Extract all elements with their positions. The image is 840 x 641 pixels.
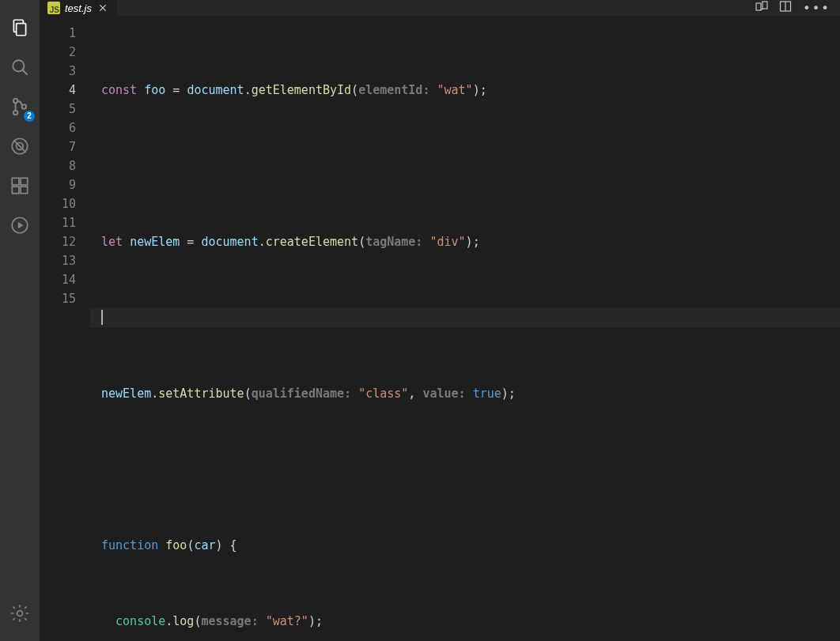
close-icon[interactable] bbox=[96, 2, 109, 14]
line-number: 10 bbox=[40, 194, 76, 213]
line-number: 9 bbox=[40, 175, 76, 194]
line-number: 12 bbox=[40, 232, 76, 251]
scm-badge: 2 bbox=[24, 111, 35, 122]
svg-point-16 bbox=[17, 611, 23, 616]
tab-bar: JS test.js ••• bbox=[40, 0, 840, 16]
line-number: 8 bbox=[40, 156, 76, 175]
code-line[interactable]: function foo(car) { bbox=[90, 536, 840, 555]
code-line[interactable] bbox=[90, 156, 840, 175]
line-number: 1 bbox=[40, 24, 76, 43]
line-number: 13 bbox=[40, 251, 76, 270]
code-line[interactable]: console.log(message: "wat?"); bbox=[90, 612, 840, 631]
code-line[interactable]: newElem.setAttribute(qualifiedName: "cla… bbox=[90, 384, 840, 403]
explorer-icon[interactable] bbox=[0, 8, 40, 47]
tab-label: test.js bbox=[65, 2, 92, 14]
code-line[interactable]: const foo = document.getElementById(elem… bbox=[90, 81, 840, 100]
editor-group: JS test.js ••• bbox=[40, 0, 840, 641]
svg-rect-1 bbox=[17, 24, 26, 36]
svg-rect-13 bbox=[21, 187, 28, 194]
svg-point-5 bbox=[13, 111, 17, 115]
code-content[interactable]: const foo = document.getElementById(elem… bbox=[90, 16, 840, 641]
svg-point-2 bbox=[13, 60, 24, 71]
extensions-icon[interactable] bbox=[0, 166, 40, 205]
source-control-icon[interactable]: 2 bbox=[0, 87, 40, 126]
code-line-current[interactable] bbox=[90, 308, 840, 327]
line-number: 14 bbox=[40, 270, 76, 289]
svg-line-3 bbox=[23, 70, 28, 75]
svg-point-6 bbox=[22, 104, 26, 108]
svg-rect-11 bbox=[12, 187, 19, 194]
line-number: 3 bbox=[40, 62, 76, 81]
more-actions-icon[interactable]: ••• bbox=[803, 1, 831, 16]
svg-marker-15 bbox=[18, 222, 24, 229]
svg-rect-12 bbox=[21, 178, 28, 185]
tab-test-js[interactable]: JS test.js bbox=[40, 0, 118, 16]
debug-icon[interactable] bbox=[0, 126, 40, 166]
search-icon[interactable] bbox=[0, 47, 40, 87]
split-editor-icon[interactable] bbox=[779, 0, 792, 16]
editor-actions: ••• bbox=[746, 0, 840, 16]
line-number: 15 bbox=[40, 289, 76, 308]
compare-changes-icon[interactable] bbox=[755, 0, 768, 16]
activity-bar: 2 bbox=[0, 0, 40, 641]
line-number: 4 bbox=[40, 81, 76, 100]
line-number: 5 bbox=[40, 100, 76, 119]
svg-rect-20 bbox=[762, 2, 767, 9]
line-number: 6 bbox=[40, 119, 76, 138]
line-number: 11 bbox=[40, 213, 76, 232]
svg-rect-19 bbox=[756, 3, 761, 10]
svg-rect-10 bbox=[12, 178, 19, 185]
svg-point-4 bbox=[13, 99, 17, 103]
svg-line-9 bbox=[13, 140, 25, 152]
javascript-file-icon: JS bbox=[47, 2, 60, 14]
code-line[interactable]: let newElem = document.createElement(tag… bbox=[90, 232, 840, 251]
line-number: 7 bbox=[40, 138, 76, 156]
settings-gear-icon[interactable] bbox=[0, 594, 40, 633]
line-number-gutter: 1 2 3 4 5 6 7 8 9 10 11 12 13 14 15 bbox=[40, 16, 90, 641]
text-cursor bbox=[101, 310, 103, 325]
line-number: 2 bbox=[40, 43, 76, 62]
code-line[interactable] bbox=[90, 460, 840, 479]
live-share-icon[interactable] bbox=[0, 205, 40, 245]
code-editor[interactable]: 1 2 3 4 5 6 7 8 9 10 11 12 13 14 15 cons… bbox=[40, 16, 840, 641]
